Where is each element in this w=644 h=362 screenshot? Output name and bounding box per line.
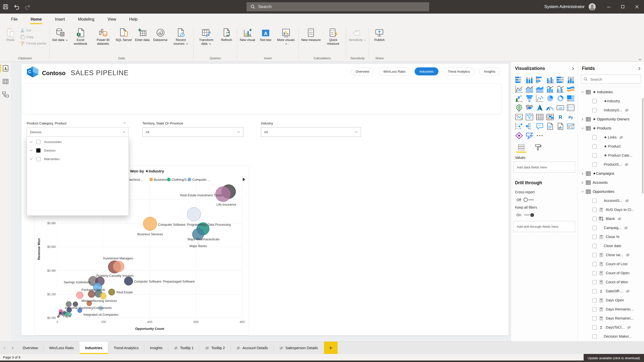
next-page-arrow[interactable]: [9, 342, 17, 354]
slicer-option-accessories[interactable]: Accessories: [27, 138, 129, 145]
visual-icon-power-apps[interactable]: [514, 131, 524, 140]
filter-dropdown-3[interactable]: All: [261, 127, 361, 137]
field-checkbox[interactable]: [592, 153, 597, 158]
field-checkbox[interactable]: [592, 226, 597, 230]
chevron-right-icon[interactable]: [580, 181, 584, 184]
visual-icon-kpi[interactable]: [514, 112, 524, 121]
nav-pill-industries[interactable]: Industries: [415, 67, 438, 75]
field-checkbox[interactable]: [592, 108, 597, 112]
transform-data-button[interactable]: Transform data: [195, 27, 218, 46]
fields-field-row[interactable]: ★Industry: [578, 97, 644, 106]
field-checkbox[interactable]: [592, 307, 597, 311]
fields-field-row[interactable]: ΣBlank: [578, 214, 644, 223]
field-checkbox[interactable]: [592, 217, 597, 221]
field-checkbox[interactable]: [592, 262, 597, 266]
page-tab-insights[interactable]: Insights: [144, 342, 168, 354]
page-tab-win-loss-ratio[interactable]: Win/Loss Ratio: [44, 342, 79, 354]
more-visuals-button[interactable]: More visuals: [275, 27, 297, 46]
add-data-fields-well[interactable]: Add data fields here: [513, 162, 575, 173]
search-input[interactable]: [258, 4, 410, 10]
collapse-pane-icon[interactable]: [572, 67, 574, 70]
update-available-banner[interactable]: Update available (click to download): [584, 354, 644, 362]
fields-table-row[interactable]: Accounts: [578, 178, 644, 187]
chevron-down-icon[interactable]: [30, 150, 33, 151]
visual-icon-treemap[interactable]: [566, 94, 576, 103]
quick-measure-button[interactable]: Quick measure: [322, 27, 345, 46]
chevron-down-icon[interactable]: [580, 91, 584, 93]
fields-field-row[interactable]: ★ Product: [578, 142, 644, 151]
visual-icon-qa[interactable]: [535, 122, 545, 131]
fields-scrollbar[interactable]: [642, 98, 643, 194]
field-checkbox[interactable]: [592, 253, 597, 257]
menu-tab-home[interactable]: Home: [24, 14, 48, 25]
field-checkbox[interactable]: [592, 162, 597, 167]
cross-report-toggle[interactable]: Off: [511, 195, 578, 202]
nav-pill-insights[interactable]: Insights: [479, 67, 500, 75]
filter-dropdown-1[interactable]: Devices: [27, 127, 129, 137]
model-view-button[interactable]: [0, 88, 11, 101]
dataverse-button[interactable]: Dataverse: [151, 27, 170, 42]
fields-field-row[interactable]: Days Remainin...: [578, 305, 644, 314]
field-checkbox[interactable]: [592, 244, 597, 248]
chevron-down-icon[interactable]: [123, 122, 126, 124]
chevron-right-icon[interactable]: [580, 118, 584, 121]
redo-icon[interactable]: [22, 0, 33, 14]
visual-icon-line-stacked-column[interactable]: [545, 84, 555, 94]
fields-field-row[interactable]: AVG Days to Cl...: [578, 205, 644, 214]
signed-in-user[interactable]: System Administrator: [544, 4, 585, 9]
field-checkbox[interactable]: [592, 208, 597, 212]
paste-button[interactable]: Paste: [2, 27, 20, 42]
fields-table-row[interactable]: ★ Industries: [578, 87, 644, 97]
power-bi-datasets-button[interactable]: Power BI datasets: [92, 27, 114, 46]
new-page-button[interactable]: +: [324, 342, 338, 354]
tab-fields[interactable]: [516, 144, 527, 153]
sensitivity-button[interactable]: Sensitivity: [347, 27, 368, 42]
add-drill-through-fields-well[interactable]: Add drill-through fields here: [513, 221, 575, 232]
page-tab-salesperson-details[interactable]: Salesperson Details: [274, 342, 324, 354]
visual-icon-table[interactable]: [535, 112, 545, 121]
avatar[interactable]: [589, 3, 596, 10]
save-icon[interactable]: [0, 0, 11, 14]
nav-pill-overview[interactable]: Overview: [351, 67, 374, 75]
field-checkbox[interactable]: [592, 271, 597, 275]
sql-server-button[interactable]: SQL Server: [114, 27, 133, 42]
slicer-option-devices[interactable]: Devices: [27, 147, 129, 154]
fields-field-row[interactable]: Decision Maker...: [578, 332, 644, 341]
collapse-ribbon-icon[interactable]: [638, 59, 641, 61]
enter-data-button[interactable]: Enter data: [133, 27, 151, 42]
nav-pill-win-loss-ratio[interactable]: Win/Loss Ratio: [379, 67, 410, 75]
data-view-button[interactable]: [0, 75, 11, 88]
report-view-button[interactable]: [0, 62, 11, 75]
fields-field-row[interactable]: Close tar...: [578, 250, 644, 259]
text-box-button[interactable]: AText box: [257, 27, 275, 42]
visual-icon-100-stacked-bar[interactable]: [555, 75, 565, 84]
fields-search-box[interactable]: [581, 75, 641, 84]
visual-icon-waterfall[interactable]: [514, 94, 524, 103]
page-tab-tooltip-1[interactable]: Tooltip 1: [168, 342, 199, 354]
filter-dropdown-2[interactable]: All: [142, 127, 243, 137]
visual-icon-paginated-report[interactable]: [545, 122, 555, 131]
fields-field-row[interactable]: Days Open: [578, 296, 644, 305]
close-button[interactable]: [630, 0, 644, 14]
field-checkbox[interactable]: [592, 334, 597, 339]
undo-icon[interactable]: [11, 0, 22, 14]
fields-field-row[interactable]: Close %: [578, 232, 644, 241]
field-checkbox[interactable]: [592, 235, 597, 239]
format-painter-button[interactable]: Format painter: [20, 41, 47, 46]
visual-icon-decomposition-tree[interactable]: [524, 122, 534, 131]
keep-all-filters-toggle[interactable]: On: [511, 210, 578, 217]
chevron-down-icon[interactable]: [580, 191, 584, 193]
field-checkbox[interactable]: [592, 280, 597, 284]
prev-page-arrow[interactable]: [0, 342, 9, 354]
new-measure-button[interactable]: New measure: [300, 27, 322, 42]
visual-icon-clustered-bar[interactable]: [535, 75, 545, 84]
fields-field-row[interactable]: Count of Won: [578, 278, 644, 287]
chevron-down-icon[interactable]: [580, 127, 584, 129]
visual-icon-scatter[interactable]: [535, 94, 545, 103]
visual-icon-clustered-column[interactable]: [545, 75, 555, 84]
recent-sources-button[interactable]: Recent sources: [170, 27, 192, 46]
visual-icon-stacked-bar[interactable]: [514, 75, 524, 84]
fields-field-row[interactable]: ΣDaysToCl...: [578, 323, 644, 332]
fields-search-input[interactable]: [590, 77, 633, 82]
menu-tab-insert[interactable]: Insert: [48, 14, 71, 25]
